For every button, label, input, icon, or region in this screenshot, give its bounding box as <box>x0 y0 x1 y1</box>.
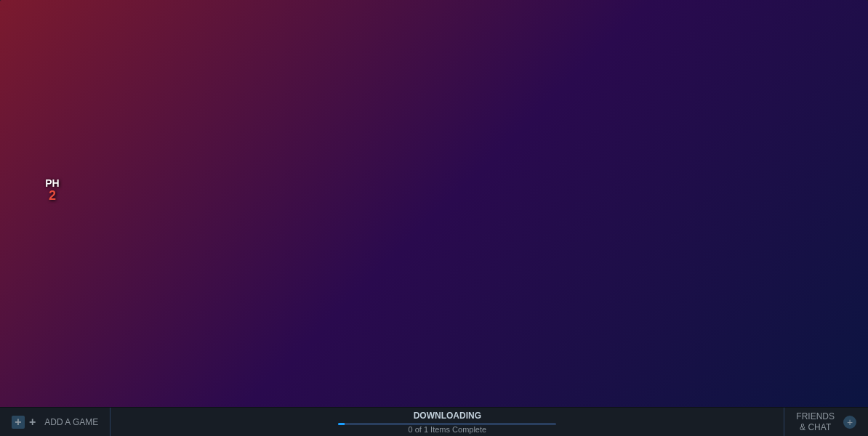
bottom-dl-sub: 0 of 1 Items Complete <box>409 425 487 434</box>
bottom-dl-status: DOWNLOADING <box>414 411 481 421</box>
bottom-bar: + + ADD A GAME DOWNLOADING 0 of 1 Items … <box>0 407 868 436</box>
bottom-center: DOWNLOADING 0 of 1 Items Complete <box>110 411 784 434</box>
plus-icon: + <box>12 416 25 429</box>
current-download-row: PH2 Party Hard 2 09:01 DOWNLOADING 3% ⬇ … <box>0 158 868 224</box>
bottom-progress-fill <box>338 423 345 425</box>
game-thumbnail: PH2 <box>9 166 96 216</box>
friends-chat-button[interactable]: FRIENDS& CHAT + <box>784 408 868 436</box>
chat-expand-button[interactable]: + <box>843 416 856 429</box>
add-game-label: ADD A GAME <box>44 417 98 427</box>
friends-chat-label: FRIENDS& CHAT <box>796 411 835 432</box>
add-game-button[interactable]: + + ADD A GAME <box>0 408 110 436</box>
